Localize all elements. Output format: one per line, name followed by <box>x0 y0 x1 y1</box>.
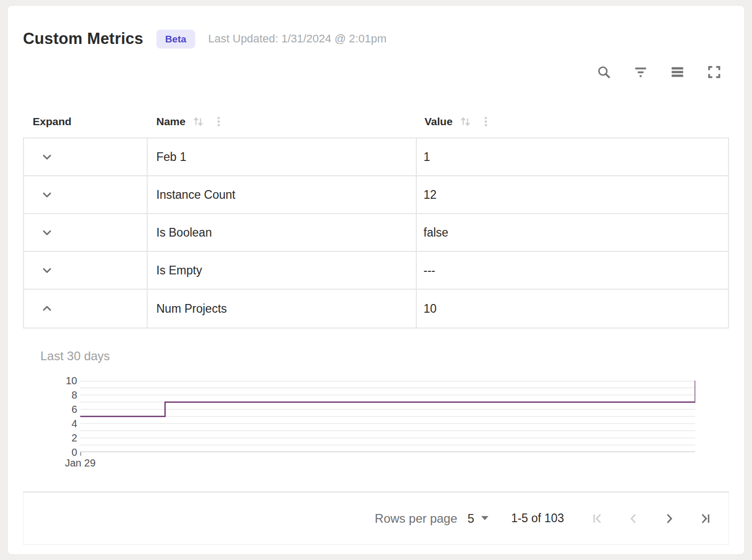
name-cell: Num Projects <box>148 290 417 328</box>
grid-toolbar <box>23 63 729 81</box>
rows-per-page-select[interactable]: 5 <box>467 511 488 526</box>
table-header-row: Expand Name Value <box>23 106 729 137</box>
value-cell: false <box>417 214 728 251</box>
column-menu-icon[interactable] <box>480 115 491 128</box>
value-cell: 12 <box>417 176 728 213</box>
column-label: Name <box>156 115 185 128</box>
last-updated-text: Last Updated: 1/31/2024 @ 2:01pm <box>208 32 387 45</box>
chevron-down-icon <box>40 264 54 277</box>
column-menu-icon[interactable] <box>213 115 224 128</box>
chart-x-tick-label: Jan 29 <box>65 457 96 469</box>
density-icon <box>670 64 685 80</box>
name-cell: Feb 1 <box>148 138 417 175</box>
first-page-button[interactable] <box>591 511 605 526</box>
rows-per-page-value: 5 <box>467 511 474 526</box>
sort-icon[interactable] <box>459 115 472 128</box>
chart-y-tick-label: 0 <box>72 447 77 457</box>
first-page-icon <box>591 511 605 526</box>
search-button[interactable] <box>595 63 613 81</box>
column-label: Value <box>425 115 453 128</box>
chevron-right-icon <box>662 511 676 526</box>
last-page-button[interactable] <box>698 511 712 526</box>
table-row: Instance Count12 <box>24 176 728 214</box>
pagination-bar: Rows per page 5 1-5 of 103 <box>23 492 729 545</box>
custom-metrics-card: Custom Metrics Beta Last Updated: 1/31/2… <box>7 5 745 555</box>
table-body: Feb 11Instance Count12Is BooleanfalseIs … <box>23 137 729 329</box>
chevron-down-icon <box>40 150 54 164</box>
expand-cell <box>24 252 148 289</box>
table-row: Feb 11 <box>24 138 728 176</box>
chart-y-tick-label: 4 <box>72 418 77 429</box>
density-button[interactable] <box>669 63 686 81</box>
value-cell: 1 <box>417 138 728 175</box>
column-header-name[interactable]: Name <box>148 115 418 128</box>
chart-title: Last 30 days <box>40 349 729 363</box>
value-cell: --- <box>417 252 728 289</box>
expand-cell <box>24 214 148 251</box>
expand-cell <box>24 138 148 175</box>
sort-icon[interactable] <box>192 115 205 128</box>
name-cell: Instance Count <box>148 176 417 213</box>
chart-y-tick-label: 8 <box>72 390 77 400</box>
collapse-row-button[interactable] <box>39 301 55 316</box>
pager-buttons <box>591 511 712 526</box>
expand-cell <box>24 176 148 213</box>
last-page-icon <box>698 511 712 526</box>
column-header-value[interactable]: Value <box>418 115 729 128</box>
fullscreen-button[interactable] <box>706 63 723 81</box>
chevron-left-icon <box>626 511 641 526</box>
chart-y-tick-label: 2 <box>72 433 77 443</box>
name-cell: Is Boolean <box>148 214 417 251</box>
chart-plot <box>80 381 695 456</box>
pagination-range-label: 1-5 of 103 <box>511 511 564 525</box>
next-page-button[interactable] <box>662 511 676 526</box>
search-icon <box>596 64 612 80</box>
fullscreen-icon <box>707 64 722 80</box>
filter-icon <box>633 64 648 80</box>
beta-badge: Beta <box>156 30 195 49</box>
page-title: Custom Metrics <box>23 30 143 48</box>
previous-page-button[interactable] <box>626 511 641 526</box>
filter-button[interactable] <box>632 63 649 81</box>
chevron-down-icon <box>40 226 54 239</box>
table-row: Is Empty--- <box>24 252 728 290</box>
value-cell: 10 <box>417 290 728 328</box>
column-label: Expand <box>33 115 72 128</box>
expanded-row-panel: Last 30 days 0246810 Jan 29 <box>23 349 729 469</box>
chart-y-axis: 0246810 <box>23 381 80 452</box>
table-row: Num Projects10 <box>24 290 728 328</box>
column-header-expand: Expand <box>23 115 148 128</box>
chevron-down-icon <box>40 188 54 201</box>
expand-row-button[interactable] <box>39 225 55 240</box>
chart-y-tick-label: 10 <box>66 376 77 386</box>
page-header: Custom Metrics Beta Last Updated: 1/31/2… <box>23 27 729 51</box>
expand-row-button[interactable] <box>39 263 55 278</box>
chevron-up-icon <box>40 302 54 315</box>
chart-y-tick-label: 6 <box>72 404 77 414</box>
chart: 0246810 <box>23 381 729 456</box>
rows-per-page-label: Rows per page <box>375 511 457 526</box>
table-row: Is Booleanfalse <box>24 214 728 252</box>
name-cell: Is Empty <box>148 252 417 289</box>
expand-row-button[interactable] <box>39 187 55 202</box>
expand-row-button[interactable] <box>39 149 55 165</box>
caret-down-icon <box>481 516 488 521</box>
expand-cell <box>24 290 148 328</box>
